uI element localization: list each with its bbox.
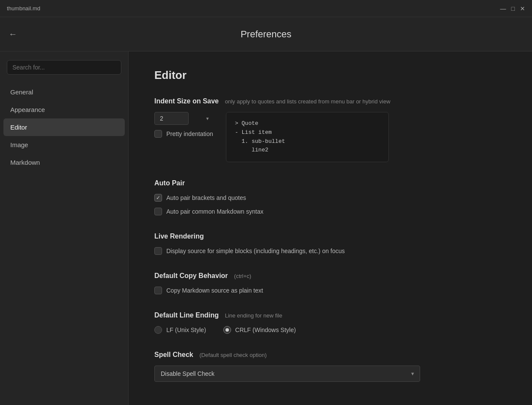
default-line-ending-group: Default Line Ending Line ending for new … — [154, 311, 506, 334]
back-button[interactable]: ← — [9, 29, 17, 39]
crlf-radio[interactable] — [223, 326, 231, 334]
default-line-ending-title: Default Line Ending Line ending for new … — [154, 311, 506, 319]
spell-check-subtitle: (Default spell check option) — [199, 352, 267, 358]
window-controls: — □ ✕ — [500, 5, 525, 12]
copy-markdown-checkbox-wrap[interactable]: Copy Markdown source as plain text — [154, 287, 263, 294]
live-rendering-title: Live Rendering — [154, 233, 506, 240]
indent-size-select[interactable]: 2 1 4 — [154, 112, 189, 125]
source-display-checkbox[interactable] — [154, 247, 162, 255]
code-preview: > Quote - List item 1. sub-bullet line2 — [226, 112, 389, 162]
indent-size-title: Indent Size on Save only apply to quotes… — [154, 97, 506, 105]
maximize-button[interactable]: □ — [511, 5, 515, 12]
preferences-title: Preferences — [240, 29, 292, 40]
live-rendering-group: Live Rendering Display source for simple… — [154, 233, 506, 255]
auto-pair-brackets-row: Auto pair brackets and quotes — [154, 194, 506, 202]
copy-markdown-label: Copy Markdown source as plain text — [166, 287, 263, 294]
spell-check-select[interactable]: Disable Spell Check Enable Spell Check — [154, 366, 420, 382]
sidebar-item-general[interactable]: General — [0, 83, 128, 101]
page-title: Editor — [154, 69, 506, 82]
sidebar-item-appearance[interactable]: Appearance — [0, 101, 128, 118]
code-line-1: > Quote — [235, 119, 380, 128]
minimize-button[interactable]: — — [500, 5, 506, 12]
sidebar-item-markdown[interactable]: Markdown — [0, 154, 128, 171]
pretty-indentation-checkbox-wrap[interactable]: Pretty indentation — [154, 130, 213, 138]
title-bar: thumbnail.md — □ ✕ — [0, 0, 532, 17]
main-layout: General Appearance Editor Image Markdown… — [0, 51, 532, 405]
copy-markdown-checkbox[interactable] — [154, 287, 162, 294]
code-line-2: - List item — [235, 128, 380, 137]
markdown-syntax-label: Auto pair common Markdown syntax — [166, 208, 263, 215]
lf-radio-wrap[interactable]: LF (Unix Style) — [154, 326, 206, 334]
lf-radio[interactable] — [154, 326, 162, 334]
sidebar-item-editor[interactable]: Editor — [3, 118, 125, 136]
header-bar: ← Preferences — [0, 17, 532, 51]
spell-check-title: Spell Check (Default spell check option) — [154, 351, 506, 359]
search-input[interactable] — [7, 60, 121, 75]
default-copy-title: Default Copy Behavior (ctrl+c) — [154, 272, 506, 280]
copy-markdown-row: Copy Markdown source as plain text — [154, 287, 506, 294]
auto-pair-group: Auto Pair Auto pair brackets and quotes … — [154, 179, 506, 215]
line-ending-radio-row: LF (Unix Style) CRLF (Windows Style) — [154, 326, 506, 334]
markdown-syntax-checkbox-wrap[interactable]: Auto pair common Markdown syntax — [154, 208, 263, 215]
content-area: Editor Indent Size on Save only apply to… — [129, 51, 532, 405]
close-button[interactable]: ✕ — [520, 5, 525, 12]
code-line-4: line2 — [235, 146, 380, 155]
auto-pair-title: Auto Pair — [154, 179, 506, 187]
indent-controls: 2 1 4 ▼ Pretty indentation — [154, 112, 213, 138]
indent-size-subtitle: only apply to quotes and lists created f… — [225, 98, 391, 105]
pretty-indentation-label: Pretty indentation — [166, 130, 213, 137]
auto-pair-markdown-row: Auto pair common Markdown syntax — [154, 208, 506, 215]
crlf-label: CRLF (Windows Style) — [235, 326, 296, 333]
indent-row: 2 1 4 ▼ Pretty indentation > Quote - Lis… — [154, 112, 506, 162]
crlf-radio-wrap[interactable]: CRLF (Windows Style) — [223, 326, 296, 334]
code-line-3: 1. sub-bullet — [235, 137, 380, 146]
live-rendering-row: Display source for simple blocks (includ… — [154, 247, 506, 255]
spell-check-group: Spell Check (Default spell check option)… — [154, 351, 506, 382]
sidebar-item-image[interactable]: Image — [0, 136, 128, 154]
source-display-checkbox-wrap[interactable]: Display source for simple blocks (includ… — [154, 247, 345, 255]
brackets-label: Auto pair brackets and quotes — [166, 194, 246, 201]
indent-select-arrow-icon: ▼ — [205, 116, 210, 121]
pretty-indentation-checkbox[interactable] — [154, 130, 162, 138]
spell-check-select-wrap: Disable Spell Check Enable Spell Check ▼ — [154, 366, 420, 382]
brackets-checkbox-wrap[interactable]: Auto pair brackets and quotes — [154, 194, 246, 202]
indent-size-select-wrap: 2 1 4 ▼ — [154, 112, 213, 125]
lf-label: LF (Unix Style) — [166, 326, 206, 333]
source-display-label: Display source for simple blocks (includ… — [166, 248, 345, 254]
sidebar: General Appearance Editor Image Markdown — [0, 51, 129, 405]
brackets-checkbox[interactable] — [154, 194, 162, 202]
indent-size-group: Indent Size on Save only apply to quotes… — [154, 97, 506, 162]
markdown-syntax-checkbox[interactable] — [154, 208, 162, 215]
default-copy-shortcut: (ctrl+c) — [234, 273, 251, 279]
default-copy-group: Default Copy Behavior (ctrl+c) Copy Mark… — [154, 272, 506, 294]
default-line-ending-subtitle: Line ending for new file — [225, 312, 283, 319]
window-title: thumbnail.md — [7, 5, 40, 12]
